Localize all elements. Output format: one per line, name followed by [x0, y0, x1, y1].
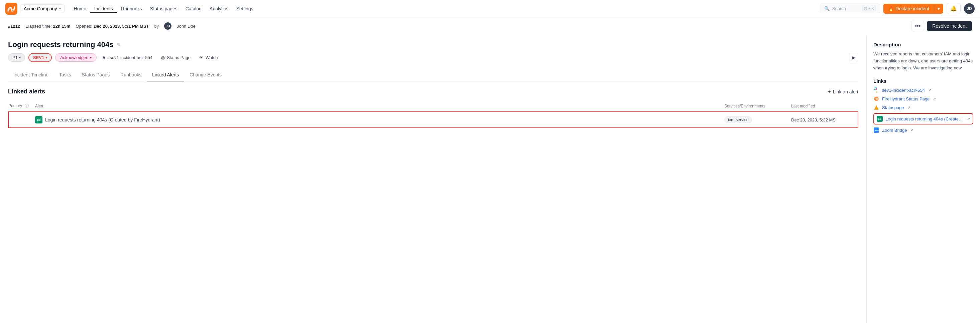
resolve-incident-button[interactable]: Resolve incident: [927, 21, 972, 31]
external-link-icon-5: ↗: [910, 128, 913, 133]
watch-label: Watch: [205, 55, 218, 60]
pd-link-label: Login requests returning 404s (Created b…: [885, 116, 964, 122]
sidebar-link-slack[interactable]: sev1-incident-acir-554 ↗: [873, 87, 973, 93]
services-cell: iam-service: [724, 112, 791, 128]
nav-status-pages[interactable]: Status pages: [146, 5, 181, 13]
author-avatar: JD: [164, 22, 172, 30]
links-title: Links: [873, 78, 973, 84]
modified-cell: Dec 20, 2023, 5:32 MS: [791, 112, 858, 128]
col-last-modified: Last modified: [791, 100, 858, 112]
col-primary: Primary ⓘ: [8, 100, 35, 112]
firehydrant-icon: FH: [873, 96, 880, 102]
declare-incident-button[interactable]: 🔥 Declare incident ▾: [883, 4, 943, 14]
nav-settings[interactable]: Settings: [232, 5, 258, 13]
table-body: pd Login requests returning 404s (Create…: [8, 112, 858, 128]
description-text: We received reports that customers' IAM …: [873, 51, 973, 71]
alert-item: pd Login requests returning 404s (Create…: [35, 116, 724, 124]
watch-badge[interactable]: 👁 Watch: [197, 54, 220, 62]
nav-catalog[interactable]: Catalog: [181, 5, 205, 13]
sidebar-link-zoom[interactable]: zoom Zoom Bridge ↗: [873, 127, 973, 133]
search-placeholder: Search: [832, 6, 846, 11]
top-nav: Acme Company ▾ Home Incidents Runbooks S…: [0, 0, 980, 17]
sidebar-link-pagerduty-highlighted[interactable]: pd Login requests returning 404s (Create…: [873, 113, 973, 125]
svg-text:FH: FH: [875, 98, 878, 100]
chevron-down-icon: ▾: [59, 7, 61, 10]
collapse-icon: ▶︎: [852, 55, 855, 60]
radio-icon: ◎: [161, 55, 165, 60]
badges-row: P1 ▾ SEV1 ▾ Acknowledged ▾ # #sev1-incid…: [8, 53, 858, 69]
sidebar: Description We received reports that cus…: [866, 35, 980, 323]
priority-badge[interactable]: P1 ▾: [8, 53, 25, 62]
external-link-icon-2: ↗: [933, 97, 936, 101]
alerts-table-wrapper: Primary ⓘ Alert Services/Environments La…: [8, 100, 858, 128]
status-chevron: ▾: [90, 56, 92, 59]
external-link-icon-3: ↗: [907, 105, 910, 110]
more-options-button[interactable]: •••: [911, 21, 924, 32]
alert-name: Login requests returning 404s (Created b…: [45, 117, 160, 122]
sidebar-link-firehydrant[interactable]: FH FireHydrant Status Page ↗: [873, 96, 973, 102]
alerts-table: Primary ⓘ Alert Services/Environments La…: [8, 100, 858, 128]
status-page-label: Status Page: [167, 55, 191, 60]
last-modified-value: Dec 20, 2023, 5:32 MS: [791, 117, 835, 122]
pd-link-icon: pd: [877, 116, 883, 122]
linked-alerts-title: Linked alerts: [8, 88, 45, 95]
by-label: by: [154, 24, 159, 29]
nav-incidents[interactable]: Incidents: [90, 5, 117, 13]
incident-actions: ••• Resolve incident: [911, 21, 972, 32]
tab-tasks[interactable]: Tasks: [54, 69, 76, 81]
statuspage-link-label: Statuspage: [882, 105, 904, 110]
declare-dropdown-arrow[interactable]: ▾: [934, 4, 943, 14]
search-icon: 🔍: [824, 6, 830, 11]
user-avatar[interactable]: JD: [964, 3, 975, 14]
firehydrant-link-label: FireHydrant Status Page: [882, 97, 929, 101]
tab-runbooks[interactable]: Runbooks: [115, 69, 147, 81]
nav-analytics[interactable]: Analytics: [205, 5, 232, 13]
nav-runbooks[interactable]: Runbooks: [117, 5, 146, 13]
collapse-panel-button[interactable]: ▶︎: [849, 53, 858, 62]
slack-channel-badge[interactable]: # #sev1-incident-acir-554: [100, 53, 155, 62]
app-logo[interactable]: [5, 3, 18, 15]
svg-rect-3: [874, 89, 876, 90]
eye-icon: 👁: [199, 55, 204, 60]
zoom-link-label: Zoom Bridge: [882, 128, 907, 133]
incident-title: Login requests returning 404s: [8, 40, 113, 49]
nav-right: 🔍 Search ⌘ + K 🔥 Declare incident ▾ 🔔 JD: [820, 3, 975, 14]
svg-text:zoom: zoom: [874, 130, 879, 131]
link-alert-label: Link an alert: [833, 89, 858, 95]
status-page-badge[interactable]: ◎ Status Page: [158, 54, 193, 62]
main-content: Login requests returning 404s ✎ P1 ▾ SEV…: [0, 35, 980, 323]
tab-change-events[interactable]: Change Events: [184, 69, 227, 81]
service-badge: iam-service: [724, 116, 752, 123]
svg-marker-7: [874, 105, 878, 110]
severity-chevron: ▾: [45, 56, 47, 59]
company-selector[interactable]: Acme Company ▾: [20, 4, 65, 13]
edit-title-icon[interactable]: ✎: [117, 42, 121, 48]
slack-icon: [873, 87, 880, 93]
description-title: Description: [873, 42, 973, 48]
avatar-initials: JD: [967, 6, 972, 11]
status-badge[interactable]: Acknowledged ▾: [55, 53, 97, 62]
col-alert: Alert: [35, 100, 724, 112]
primary-cell: [8, 112, 35, 128]
slack-link-label: sev1-incident-acir-554: [882, 88, 925, 93]
notifications-button[interactable]: 🔔: [947, 3, 961, 14]
sidebar-link-statuspage[interactable]: Statuspage ↗: [873, 104, 973, 111]
col-services: Services/Environments: [724, 100, 791, 112]
external-link-icon: ↗: [928, 88, 931, 92]
table-row[interactable]: pd Login requests returning 404s (Create…: [8, 112, 858, 128]
linked-alerts-header: Linked alerts + Link an alert: [8, 81, 858, 100]
incident-meta-bar: #1212 Elapsed time: 22h 15m Opened: Dec …: [0, 17, 980, 35]
pagerduty-icon: pd: [35, 116, 43, 124]
tab-linked-alerts[interactable]: Linked Alerts: [147, 69, 184, 81]
priority-label: P1: [13, 55, 18, 60]
info-icon: ⓘ: [25, 103, 29, 108]
opened-time: Opened: Dec 20, 2023, 5:31 PM MST: [76, 24, 149, 29]
author-name: John Doe: [177, 24, 196, 29]
tab-incident-timeline[interactable]: Incident Timeline: [8, 69, 54, 81]
severity-badge[interactable]: SEV1 ▾: [29, 53, 52, 62]
bell-icon: 🔔: [950, 6, 957, 11]
link-alert-button[interactable]: + Link an alert: [827, 89, 858, 95]
nav-home[interactable]: Home: [70, 5, 90, 13]
tab-status-pages[interactable]: Status Pages: [76, 69, 115, 81]
search-box[interactable]: 🔍 Search ⌘ + K: [820, 4, 880, 13]
